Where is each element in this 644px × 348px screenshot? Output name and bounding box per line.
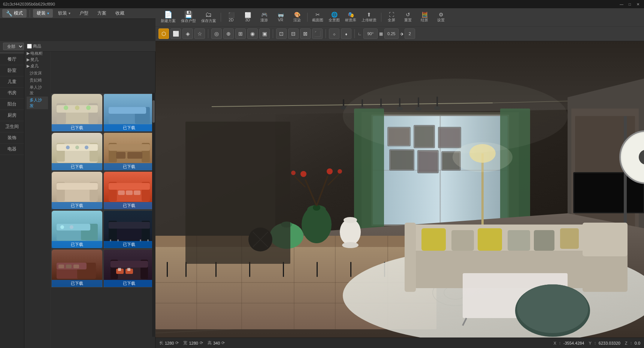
height-unit: ⟳ xyxy=(221,341,225,345)
product-checkbox[interactable]: 商品 xyxy=(27,43,41,49)
sub-cat-single-sofa[interactable]: 单人沙发 xyxy=(27,84,48,97)
tab-mode[interactable]: 🔧 模式 xyxy=(2,9,27,18)
svg-rect-27 xyxy=(57,183,98,190)
sidebar-item-bedroom[interactable]: 卧室 xyxy=(0,65,24,76)
tab-softfit[interactable]: 软装 ▾ xyxy=(54,9,74,18)
product-item-3[interactable]: 已下载 xyxy=(51,132,103,171)
panorama-button[interactable]: 🌐 全景图 xyxy=(326,11,342,24)
product-grid-area: 已下载 已下载 xyxy=(51,93,155,337)
view-tool-1[interactable]: ◎ xyxy=(211,28,222,39)
tab-hardfit[interactable]: 硬装 ▾ xyxy=(33,9,53,18)
svg-rect-9 xyxy=(109,107,146,114)
materials-button[interactable]: 🎭 材质库 xyxy=(343,11,359,24)
product-label-2: 已下载 xyxy=(104,124,154,131)
product-grid: 已下载 已下载 xyxy=(51,93,155,288)
view-2d-label: 2D xyxy=(229,18,234,22)
render-button[interactable]: 🎨 渲染 xyxy=(289,11,305,24)
svg-point-132 xyxy=(327,168,333,174)
product-item-9[interactable]: 已下载 xyxy=(51,249,103,287)
tab-floorplan[interactable]: 户型 xyxy=(76,9,92,18)
sub-cat-chaise[interactable]: 贵妃椅 xyxy=(27,77,48,84)
svg-point-5 xyxy=(75,106,79,110)
panorama-label: 全景图 xyxy=(329,18,340,23)
view-3d-label: 3D xyxy=(245,18,250,22)
angle-value[interactable]: 90° xyxy=(363,28,378,39)
save-scheme-button[interactable]: 🗂 保存方案 xyxy=(199,10,218,25)
view-tool-2[interactable]: ⊕ xyxy=(223,28,234,39)
view-tool-3[interactable]: ⊞ xyxy=(235,28,246,39)
snap-tool[interactable]: ⊟ xyxy=(288,28,299,39)
upload-material-button[interactable]: ⬆ 上传材质 xyxy=(359,11,379,24)
measure-tool[interactable]: ⬦ xyxy=(329,28,339,39)
product-item-4[interactable]: 已下载 xyxy=(103,132,155,171)
product-label-8: 已下载 xyxy=(104,241,154,248)
filter-select[interactable]: 全部 xyxy=(3,43,24,50)
rotate-tool-button[interactable]: ◈ xyxy=(182,28,193,39)
product-item-8[interactable]: 已下载 xyxy=(103,210,155,248)
product-item-1[interactable]: 已下载 xyxy=(51,94,103,132)
reset-button[interactable]: ↺ 重置 xyxy=(400,11,416,24)
sub-cat-multi-sofa[interactable]: 多人沙发 xyxy=(27,97,48,109)
view-2d-button[interactable]: ⬛ 2D xyxy=(223,11,239,23)
product-item-10[interactable]: 已下载 xyxy=(103,249,155,287)
svg-rect-151 xyxy=(390,150,413,170)
scale-tool-button[interactable]: ☆ xyxy=(194,28,205,39)
sidebar-item-children[interactable]: 儿童 xyxy=(0,76,24,88)
sidebar-item-study[interactable]: 书房 xyxy=(0,88,24,99)
sidebar-item-electric[interactable]: 电器 xyxy=(0,144,24,155)
sidebar-item-dining[interactable]: 餐厅 xyxy=(0,54,24,65)
sidebar-item-balcony[interactable]: 阳台 xyxy=(0,99,24,110)
window-title: 62c3cf4420395b6b629cf890 xyxy=(3,2,55,6)
svg-rect-60 xyxy=(118,268,121,271)
maximize-button[interactable]: □ xyxy=(627,1,633,7)
sidebar-item-bathroom[interactable]: 卫生间 xyxy=(0,121,24,132)
fullscreen-icon: ⛶ xyxy=(389,12,394,17)
tab-scheme[interactable]: 方案 xyxy=(94,9,110,18)
section-button[interactable]: ✂ 截面图 xyxy=(310,11,326,24)
view-tool-4[interactable]: ◉ xyxy=(247,28,258,39)
top-right-toolbar: 📄 新建方案 💾 保存户型 🗂 保存方案 ⬛ 2D ⬜ 3D 🎮 漫游 🥽 VR xyxy=(155,8,644,41)
lock-tool[interactable]: ⬛ xyxy=(312,28,323,39)
layer-value[interactable]: 2 xyxy=(405,28,415,39)
align-tool[interactable]: ⊠ xyxy=(300,28,311,39)
product-item-5[interactable]: 已下载 xyxy=(51,171,103,210)
save-user-button[interactable]: 💾 保存户型 xyxy=(179,10,198,25)
main-viewport[interactable] xyxy=(155,41,644,338)
sub-cat-sofa-bed[interactable]: 沙发床 xyxy=(27,70,48,77)
z-label: Z xyxy=(625,341,628,345)
ruler-tool[interactable]: ⬧ xyxy=(341,28,351,39)
sidebar-item-decor[interactable]: 装饰 xyxy=(0,132,24,144)
vr-button[interactable]: 🥽 VR xyxy=(273,11,288,23)
sub-cat-bench[interactable]: ▶凳几 xyxy=(27,57,48,62)
minimize-button[interactable]: — xyxy=(619,1,625,7)
sub-cat-table[interactable]: ▶桌几 xyxy=(27,63,48,69)
grid-tool[interactable]: ⊡ xyxy=(276,28,287,39)
product-item-7[interactable]: 已下载 xyxy=(51,210,103,248)
sidebar-item-kitchen[interactable]: 厨房 xyxy=(0,110,24,121)
width-label: 宽 xyxy=(183,340,187,346)
save-scheme-icon: 🗂 xyxy=(205,11,212,18)
view-tool-5[interactable]: ▣ xyxy=(259,28,270,39)
settings-button[interactable]: ⚙ 设置 xyxy=(433,11,449,24)
length-status: 长 1280 ⟳ xyxy=(159,340,179,346)
svg-rect-31 xyxy=(109,183,150,190)
roam-button[interactable]: 🎮 漫游 xyxy=(256,11,272,24)
step-value[interactable]: 0.25 xyxy=(384,28,399,39)
scroll-bar[interactable] xyxy=(152,93,155,337)
new-project-button[interactable]: 📄 新建方案 xyxy=(158,10,178,25)
calculate-button[interactable]: 🧮 结算 xyxy=(417,11,432,24)
close-button[interactable]: ✕ xyxy=(635,1,641,7)
scroll-thumb[interactable] xyxy=(152,100,155,123)
select-tool-button[interactable]: ⬡ xyxy=(158,28,169,39)
fullscreen-button[interactable]: ⛶ 全屏 xyxy=(384,11,399,24)
product-checkbox-input[interactable] xyxy=(27,44,32,49)
product-item-6[interactable]: 已下载 xyxy=(103,171,155,210)
x-label: X xyxy=(553,341,556,345)
product-item-2[interactable]: 已下载 xyxy=(103,94,155,132)
room-scene-svg xyxy=(155,41,644,338)
product-label: 商品 xyxy=(33,43,41,49)
tab-collection[interactable]: 收藏 xyxy=(112,9,128,18)
move-tool-button[interactable]: ⬜ xyxy=(170,28,181,39)
view-3d-button[interactable]: ⬜ 3D xyxy=(240,11,256,23)
x-coord-status: X： -3554.4284 xyxy=(553,340,584,346)
